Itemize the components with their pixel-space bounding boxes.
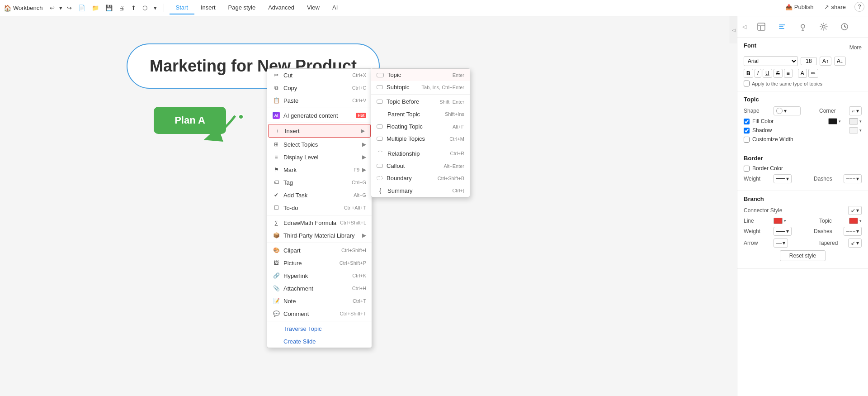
export-btn[interactable]: ⬆ bbox=[129, 4, 138, 12]
cm-paste[interactable]: 📋 Paste Ctrl+V bbox=[267, 94, 372, 107]
cm-note[interactable]: 📝 Note Ctrl+T bbox=[267, 295, 372, 307]
sidebar-icon-format[interactable] bbox=[775, 20, 789, 33]
sm-multiple-topics[interactable]: Multiple Topics Ctrl+M bbox=[371, 133, 470, 145]
line-color-swatch[interactable]: ▾ bbox=[774, 218, 786, 224]
topic-color-swatch[interactable]: ▾ bbox=[849, 218, 862, 224]
sub-node[interactable]: Plan A bbox=[154, 107, 226, 134]
cm-hyperlink[interactable]: 🔗 Hyperlink Ctrl+K bbox=[267, 269, 372, 282]
sm-topic-before[interactable]: Topic Before Shift+Enter bbox=[371, 95, 470, 108]
cm-attachment[interactable]: 📎 Attachment Ctrl+H bbox=[267, 282, 372, 295]
sm-parent-topic[interactable]: Parent Topic Shift+Ins bbox=[371, 108, 470, 120]
menu-insert[interactable]: Insert bbox=[194, 1, 222, 14]
help-btn[interactable]: ? bbox=[854, 2, 864, 12]
sm-callout[interactable]: Callout Alt+Enter bbox=[371, 160, 470, 172]
collapse-sidebar-btn[interactable]: ◁ bbox=[730, 16, 737, 43]
summary-icon: { bbox=[377, 187, 384, 194]
sm-topic[interactable]: Topic Enter bbox=[371, 69, 470, 81]
cm-picture[interactable]: 🖼 Picture Ctrl+Shift+P bbox=[267, 257, 372, 269]
font-size-decrease-btn[interactable]: A↓ bbox=[834, 57, 846, 66]
right-sidebar: ◁ Font More Arial A↑ A↓ B I U S ≡ A ✏ Ap bbox=[737, 16, 868, 396]
font-size-input[interactable] bbox=[801, 57, 817, 65]
arrow-select[interactable]: —▾ bbox=[774, 239, 788, 248]
underline-btn[interactable]: U bbox=[763, 69, 772, 78]
connector-dot bbox=[238, 114, 244, 119]
cm-add-task[interactable]: ✔ Add Task Alt+G bbox=[267, 189, 372, 201]
connector-style-select[interactable]: ↙▾ bbox=[848, 206, 862, 215]
font-highlight-btn[interactable]: ✏ bbox=[808, 69, 818, 78]
menu-ai[interactable]: AI bbox=[326, 1, 344, 14]
cm-tag[interactable]: 🏷 Tag Ctrl+G bbox=[267, 176, 372, 189]
third-party-icon: 📦 bbox=[273, 232, 280, 239]
italic-btn[interactable]: I bbox=[755, 69, 761, 78]
sidebar-icon-clock[interactable] bbox=[838, 20, 851, 33]
font-family-select[interactable]: Arial bbox=[744, 56, 798, 66]
strikethrough-btn[interactable]: S bbox=[774, 69, 783, 78]
align-btn[interactable]: ≡ bbox=[784, 69, 793, 78]
fill-color-checkbox[interactable] bbox=[744, 119, 750, 124]
border-weight-select[interactable]: ▾ bbox=[774, 174, 792, 183]
select-topics-icon: ⊞ bbox=[273, 141, 280, 148]
cm-edrawmath[interactable]: ∑ EdrawMath Formula Ctrl+Shift+L bbox=[267, 216, 372, 229]
sm-subtopic[interactable]: Subtopic Tab, Ins, Ctrl+Enter bbox=[371, 81, 470, 93]
menu-view[interactable]: View bbox=[301, 1, 326, 14]
fill-color2-swatch[interactable]: ▾ bbox=[849, 118, 862, 124]
cm-third-party[interactable]: 📦 Third-Party Material Library ▶ bbox=[267, 229, 372, 242]
bold-btn[interactable]: B bbox=[744, 69, 753, 78]
share-btn[interactable]: ↗ share bbox=[822, 3, 848, 11]
cm-create-slide[interactable]: Create Slide bbox=[267, 335, 372, 348]
fill-color-swatch[interactable]: ▾ bbox=[828, 118, 841, 124]
border-dashes-select[interactable]: ▾ bbox=[844, 174, 862, 183]
cm-copy[interactable]: ⧉ Copy Ctrl+C bbox=[267, 81, 372, 94]
sidebar-icon-layout[interactable] bbox=[755, 20, 768, 33]
menu-start[interactable]: Start bbox=[170, 1, 194, 14]
undo-dropdown[interactable]: ▾ bbox=[59, 4, 63, 12]
menu-pagestyle[interactable]: Page style bbox=[222, 1, 262, 14]
sidebar-expand-btn[interactable]: ◁ bbox=[737, 20, 751, 33]
comment-icon: 💬 bbox=[273, 310, 280, 317]
cm-todo[interactable]: ☐ To-do Ctrl+Alt+T bbox=[267, 201, 372, 214]
cm-traverse[interactable]: Traverse Topic bbox=[267, 322, 372, 335]
save-btn[interactable]: 💾 bbox=[103, 4, 115, 12]
shadow-checkbox[interactable] bbox=[744, 128, 750, 134]
insert-submenu: Topic Enter Subtopic Tab, Ins, Ctrl+Ente… bbox=[371, 68, 470, 197]
cm-comment[interactable]: 💬 Comment Ctrl+Shift+T bbox=[267, 307, 372, 320]
cm-display-level[interactable]: ≡ Display Level ▶ bbox=[267, 151, 372, 163]
print-btn[interactable]: 🖨 bbox=[117, 4, 127, 12]
share-tool-btn[interactable]: ⬡ bbox=[140, 4, 150, 12]
cm-ai[interactable]: AI AI generated content Hot bbox=[267, 109, 372, 122]
open-btn[interactable]: 📁 bbox=[90, 4, 101, 12]
tapered-select[interactable]: ↙▾ bbox=[848, 239, 862, 248]
sidebar-icon-settings[interactable] bbox=[817, 20, 830, 33]
font-color-btn[interactable]: A bbox=[798, 69, 807, 78]
cm-insert[interactable]: ＋ Insert ▶ bbox=[268, 124, 371, 138]
shadow-swatch[interactable]: ▾ bbox=[849, 127, 862, 134]
cm-select-topics[interactable]: ⊞ Select Topics ▶ bbox=[267, 138, 372, 151]
parent-topic-icon bbox=[377, 110, 384, 118]
border-color-checkbox[interactable] bbox=[744, 166, 750, 172]
floating-topic-icon bbox=[377, 124, 383, 129]
publish-btn[interactable]: 📤 Publish bbox=[783, 3, 816, 11]
apply-same-checkbox[interactable] bbox=[744, 81, 750, 86]
new-btn[interactable]: 📄 bbox=[76, 4, 88, 12]
branch-dashes-select[interactable]: ▾ bbox=[844, 227, 862, 236]
reset-style-btn[interactable]: Reset style bbox=[780, 250, 826, 261]
topic-icon bbox=[377, 73, 384, 77]
more-tools-btn[interactable]: ▾ bbox=[151, 4, 159, 12]
customize-width-checkbox[interactable] bbox=[744, 137, 750, 143]
sm-floating-topic[interactable]: Floating Topic Alt+F bbox=[371, 120, 470, 133]
font-size-increase-btn[interactable]: A↑ bbox=[820, 57, 831, 66]
sm-summary[interactable]: { Summary Ctrl+] bbox=[371, 184, 470, 197]
branch-weight-select[interactable]: ▾ bbox=[774, 227, 792, 236]
cm-cut[interactable]: ✂ Cut Ctrl+X bbox=[267, 69, 372, 81]
shape-select[interactable]: ▾ bbox=[774, 106, 801, 115]
corner-select[interactable]: ⌐▾ bbox=[849, 106, 862, 115]
sidebar-icon-location[interactable] bbox=[796, 20, 810, 33]
sm-relationship[interactable]: ⌒ Relationship Ctrl+R bbox=[371, 147, 470, 160]
redo-btn[interactable]: ↪ bbox=[65, 4, 74, 12]
undo-btn[interactable]: ↩ bbox=[47, 4, 57, 12]
cm-mark[interactable]: ⚑ Mark F9 ▶ bbox=[267, 163, 372, 176]
sm-boundary[interactable]: Boundary Ctrl+Shift+B bbox=[371, 172, 470, 184]
display-level-icon: ≡ bbox=[273, 153, 280, 161]
menu-advanced[interactable]: Advanced bbox=[262, 1, 301, 14]
cm-clipart[interactable]: 🎨 Clipart Ctrl+Shift+I bbox=[267, 244, 372, 257]
